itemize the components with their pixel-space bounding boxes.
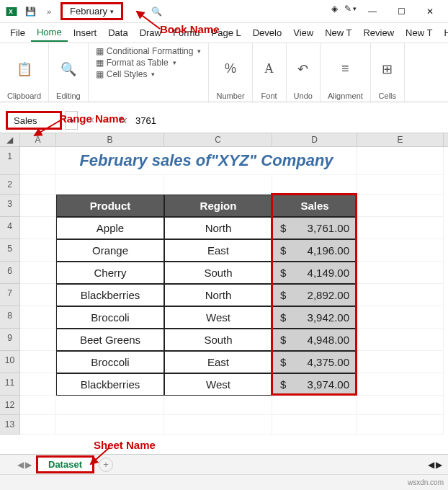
cell-A11[interactable] <box>20 373 56 396</box>
cell-E6[interactable] <box>357 262 444 284</box>
cell-sales-4[interactable]: $3,942.00 <box>272 306 357 329</box>
percent-icon[interactable]: % <box>221 60 240 79</box>
cell-A3[interactable] <box>20 195 56 217</box>
cell-region-1[interactable]: East <box>164 239 272 262</box>
row-4[interactable]: 4 <box>0 217 20 239</box>
cell-A6[interactable] <box>20 262 56 284</box>
cell-E5[interactable] <box>357 239 444 262</box>
name-box[interactable]: Sales <box>6 111 62 130</box>
row-6[interactable]: 6 <box>0 262 20 284</box>
cell-A7[interactable] <box>20 284 56 306</box>
hscroll-right-icon[interactable]: ▶ <box>436 460 442 470</box>
clipboard-icon[interactable]: 📋 <box>15 60 34 79</box>
conditional-formatting-button[interactable]: ▦Conditional Formatting▾ <box>96 46 202 56</box>
diamond-icon[interactable]: ◈ <box>327 1 341 16</box>
tab-help[interactable]: Help <box>438 24 448 41</box>
cell-r12-4[interactable] <box>357 396 444 415</box>
row-1[interactable]: 1 <box>0 147 20 175</box>
cell-r12-3[interactable] <box>272 396 357 415</box>
tab-file[interactable]: File <box>4 24 31 41</box>
cell-E8[interactable] <box>357 306 444 329</box>
cell-E7[interactable] <box>357 284 444 306</box>
cell-region-6[interactable]: East <box>164 351 272 373</box>
cell-A5[interactable] <box>20 239 56 262</box>
col-B[interactable]: B <box>56 133 164 146</box>
cell-sales-1[interactable]: $4,196.00 <box>272 239 357 262</box>
sheet-next-icon[interactable]: ▶ <box>25 460 32 470</box>
cell-r12-1[interactable] <box>56 396 164 415</box>
cell-E10[interactable] <box>357 351 444 373</box>
maximize-button[interactable]: ☐ <box>387 1 415 22</box>
cell-E11[interactable] <box>357 373 444 396</box>
cell-r13-3[interactable] <box>272 415 357 435</box>
cell-region-3[interactable]: North <box>164 284 272 306</box>
cell-E1[interactable] <box>357 147 444 175</box>
tab-developer[interactable]: Develo <box>247 24 287 41</box>
row-11[interactable]: 11 <box>0 373 20 396</box>
cell-r2-2[interactable] <box>164 175 272 195</box>
cell-sales-2[interactable]: $4,149.00 <box>272 262 357 284</box>
search-icon[interactable]: 🔍 <box>149 4 163 19</box>
row-9[interactable]: 9 <box>0 329 20 351</box>
more-icon[interactable]: » <box>42 4 56 19</box>
hscroll-left-icon[interactable]: ◀ <box>428 460 434 470</box>
cell-A9[interactable] <box>20 329 56 351</box>
cell-product-6[interactable]: Broccoli <box>56 351 164 373</box>
tab-view[interactable]: View <box>287 24 319 41</box>
tab-home[interactable]: Home <box>31 24 68 42</box>
cell-r13-0[interactable] <box>20 415 56 435</box>
cell-r13-1[interactable] <box>56 415 164 435</box>
tab-review[interactable]: Review <box>357 24 400 41</box>
spreadsheet-grid[interactable]: ◢ A B C D E 1February sales of"XYZ" Comp… <box>0 133 448 435</box>
cell-region-5[interactable]: South <box>164 329 272 351</box>
minimize-button[interactable]: — <box>359 1 386 22</box>
row-8[interactable]: 8 <box>0 306 20 329</box>
cell-region-7[interactable]: West <box>164 373 272 396</box>
cell-sales-6[interactable]: $4,375.00 <box>272 351 357 373</box>
undo-icon[interactable]: ↶ <box>294 60 313 79</box>
cell-region-0[interactable]: North <box>164 217 272 239</box>
cell-A8[interactable] <box>20 306 56 329</box>
find-icon[interactable]: 🔍 <box>59 60 78 79</box>
format-as-table-button[interactable]: ▦Format as Table▾ <box>96 58 176 68</box>
cell-product-4[interactable]: Broccoli <box>56 306 164 329</box>
cell-A4[interactable] <box>20 217 56 239</box>
cell-r13-2[interactable] <box>164 415 272 435</box>
cell-r12-2[interactable] <box>164 396 272 415</box>
cell-sales-7[interactable]: $3,974.00 <box>272 373 357 396</box>
row-7[interactable]: 7 <box>0 284 20 306</box>
sheet-prev-icon[interactable]: ◀ <box>17 460 24 470</box>
cell-E9[interactable] <box>357 329 444 351</box>
cell-sales-5[interactable]: $4,948.00 <box>272 329 357 351</box>
cell-r2-3[interactable] <box>272 175 357 195</box>
cell-sales-0[interactable]: $3,761.00 <box>272 217 357 239</box>
col-A[interactable]: A <box>20 133 56 146</box>
cell-E4[interactable] <box>357 217 444 239</box>
align-icon[interactable]: ≡ <box>336 60 354 79</box>
cell-product-3[interactable]: Blackberries <box>56 284 164 306</box>
col-E[interactable]: E <box>357 133 444 146</box>
tab-newtab1[interactable]: New T <box>319 24 357 41</box>
col-D[interactable]: D <box>272 133 357 146</box>
cell-styles-button[interactable]: ▦Cell Styles▾ <box>96 69 156 79</box>
save-icon[interactable]: 💾 <box>23 4 37 19</box>
cell-r2-0[interactable] <box>20 175 56 195</box>
sheet-tab-dataset[interactable]: Dataset <box>36 455 94 473</box>
cell-A10[interactable] <box>20 351 56 373</box>
cell-region-2[interactable]: South <box>164 262 272 284</box>
cells-icon[interactable]: ⊞ <box>378 60 397 79</box>
tab-data[interactable]: Data <box>102 24 133 41</box>
tab-insert[interactable]: Insert <box>68 24 103 41</box>
cell-r13-4[interactable] <box>357 415 444 435</box>
cell-product-5[interactable]: Beet Greens <box>56 329 164 351</box>
row-13[interactable]: 13 <box>0 415 20 435</box>
cell-r2-1[interactable] <box>56 175 164 195</box>
row-3[interactable]: 3 <box>0 195 20 217</box>
cell-product-0[interactable]: Apple <box>56 217 164 239</box>
cell-r12-0[interactable] <box>20 396 56 415</box>
cell-E3[interactable] <box>357 195 444 217</box>
cell-A1[interactable] <box>20 147 56 175</box>
row-2[interactable]: 2 <box>0 175 20 195</box>
formula-input[interactable] <box>135 115 279 126</box>
select-all[interactable]: ◢ <box>0 133 20 146</box>
